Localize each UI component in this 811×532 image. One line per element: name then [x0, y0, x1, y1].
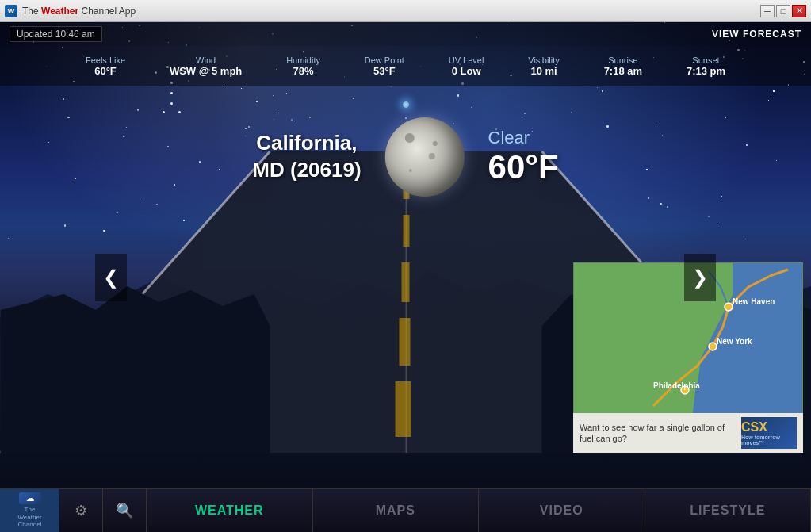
stat-label: Feels Like — [86, 55, 125, 65]
updated-timestamp: Updated 10:46 am — [10, 26, 102, 42]
stat-label: Sunset — [692, 55, 719, 65]
title-bar: W The Weather Channel App ─ □ ✕ — [0, 0, 811, 22]
stat-item: Visibility10 mi — [528, 55, 560, 77]
stat-label: Sunrise — [608, 55, 637, 65]
svg-point-16 — [709, 343, 717, 350]
stat-label: Humidity — [286, 55, 320, 65]
svg-text:New York: New York — [717, 337, 752, 346]
stat-value: 78% — [293, 65, 314, 77]
main-content: Updated 10:46 am VIEW FORECAST Feels Lik… — [0, 22, 811, 532]
condition-text: Clear — [488, 128, 559, 148]
tab-maps[interactable]: MAPS — [313, 489, 480, 532]
svg-text:Philadelphia: Philadelphia — [653, 381, 700, 390]
logo-label: TheWeatherChannel — [17, 506, 41, 529]
view-forecast-button[interactable]: VIEW FORECAST — [712, 29, 801, 40]
moon-icon — [385, 117, 465, 197]
minimize-button[interactable]: ─ — [760, 5, 775, 17]
stat-label: UV Level — [449, 55, 484, 65]
bottom-navigation: ☁ TheWeatherChannel ⚙ 🔍 WEATHER MAPS VID… — [0, 488, 811, 532]
close-button[interactable]: ✕ — [792, 5, 806, 17]
window-controls[interactable]: ─ □ ✕ — [760, 5, 806, 17]
tab-video[interactable]: VIDEO — [479, 489, 645, 532]
ad-text: Want to see how far a single gallon of f… — [580, 422, 735, 445]
settings-button[interactable]: ⚙ — [59, 489, 103, 532]
tab-lifestyle[interactable]: LIFESTYLE — [645, 489, 812, 532]
svg-text:New Haven: New Haven — [733, 297, 775, 306]
weather-stats-bar: Feels Like60°FWindWSW @ 5 mphHumidity78%… — [0, 46, 811, 86]
stat-item: WindWSW @ 5 mph — [170, 55, 242, 77]
stat-item: Dew Point53°F — [365, 55, 404, 77]
stat-item: Feels Like60°F — [86, 55, 125, 77]
ad-logo: CSX How tomorrow moves™ — [741, 417, 797, 449]
stat-value: 53°F — [373, 65, 396, 77]
stat-value: WSW @ 5 mph — [170, 65, 242, 77]
center-weather-display: California, MD (20619) Clear 60°F — [252, 117, 558, 197]
temperature-display: 60°F — [488, 148, 559, 186]
stat-item: Humidity78% — [286, 55, 320, 77]
stat-item: Sunrise7:18 am — [604, 55, 642, 77]
title-text: The Weather Channel App — [22, 6, 136, 17]
stat-value: 7:18 am — [604, 65, 642, 77]
stat-value: 60°F — [94, 65, 117, 77]
app-logo: ☁ TheWeatherChannel — [0, 489, 59, 532]
search-button[interactable]: 🔍 — [103, 489, 147, 532]
stat-item: Sunset7:13 pm — [687, 55, 725, 77]
logo-icon: ☁ — [19, 492, 41, 504]
stat-label: Visibility — [528, 55, 560, 65]
location-name: California, MD (20619) — [252, 130, 361, 184]
stat-label: Wind — [196, 55, 216, 65]
bright-star — [403, 101, 409, 108]
title-left: W The Weather Channel App — [5, 5, 136, 17]
next-location-arrow[interactable]: ❯ — [684, 254, 716, 301]
tab-weather[interactable]: WEATHER — [147, 489, 313, 532]
app-icon: W — [5, 5, 17, 17]
stat-value: 7:13 pm — [687, 65, 725, 77]
weather-condition: Clear 60°F — [488, 128, 559, 186]
ad-banner: Want to see how far a single gallon of f… — [573, 413, 803, 453]
stat-item: UV Level0 Low — [449, 55, 484, 77]
header-bar: Updated 10:46 am VIEW FORECAST — [0, 22, 811, 46]
stat-label: Dew Point — [365, 55, 404, 65]
maximize-button[interactable]: □ — [776, 5, 790, 17]
svg-point-17 — [725, 303, 733, 311]
prev-location-arrow[interactable]: ❮ — [95, 254, 127, 301]
stat-value: 10 mi — [530, 65, 557, 77]
stat-value: 0 Low — [452, 65, 481, 77]
